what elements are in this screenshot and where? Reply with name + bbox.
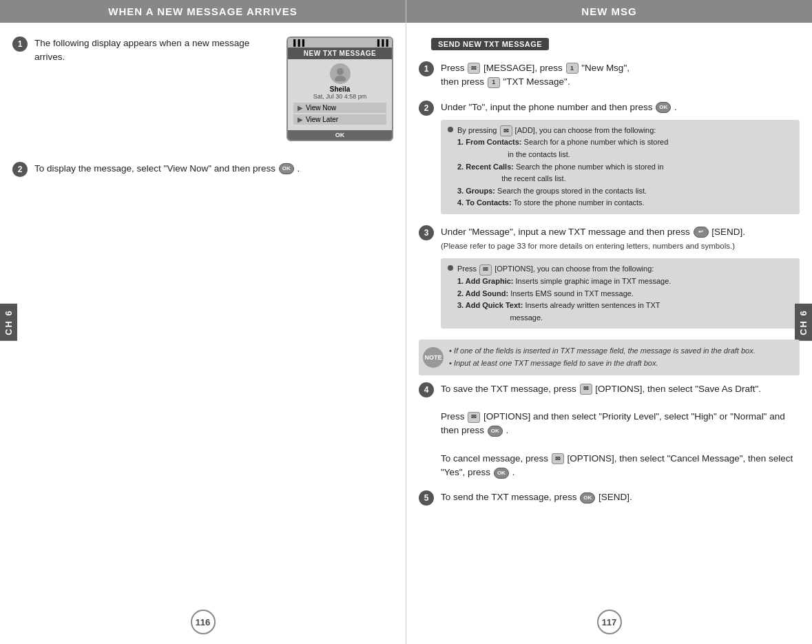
page-number-left: 116 (191, 610, 216, 634)
press-label: Press (441, 63, 465, 73)
left-header: WHEN A NEW MESSAGE ARRIVES (0, 0, 406, 23)
ch6-tab-left: CH 6 (0, 304, 17, 341)
right-step-2: 2 Under "To", input the phone number and… (419, 101, 800, 214)
phone-avatar (330, 63, 351, 84)
options-key-4a: ✉ (580, 384, 592, 395)
view-later-label: View Later (306, 116, 338, 123)
right-step5-text: To send the TXT message, press OK [SEND]… (441, 490, 800, 504)
right-step4-text: To save the TXT message, press ✉ [OPTION… (441, 382, 800, 480)
svg-point-0 (337, 68, 344, 75)
phone-ok-bar: OK (288, 130, 392, 140)
phone-contact-name: Sheila (293, 85, 386, 93)
note-box: NOTE • If one of the fields is inserted … (419, 340, 800, 375)
options-key-4b: ✉ (468, 412, 480, 423)
right-step-circle-1: 1 (419, 61, 434, 76)
groups-label: 3. Groups: (457, 187, 495, 195)
right-step-3: 3 Under "Message", input a new TXT messa… (419, 225, 800, 329)
key-1a: 1 (566, 63, 579, 74)
phone-top-bar: ▐▐▐▐▐▐ (288, 38, 392, 48)
phone-menu-view-now: ▶ View Now (293, 103, 386, 113)
svg-point-1 (335, 76, 346, 81)
left-panel: CH 6 WHEN A NEW MESSAGE ARRIVES 1 The fo… (0, 0, 406, 644)
phone-title: NEW TXT MESSAGE (288, 48, 392, 59)
ok-key-left: OK (279, 163, 294, 174)
options-key-4c: ✉ (552, 453, 564, 464)
phone-contact: Sheila Sat, Jul 30 4:58 pm (293, 63, 386, 100)
phone-body: Sheila Sat, Jul 30 4:58 pm ▶ View Now ▶ … (288, 59, 392, 130)
right-step-circle-4: 4 (419, 382, 434, 397)
message-key-icon: ✉ (468, 63, 480, 74)
add-sound-label: 2. Add Sound: (457, 289, 508, 298)
right-step-circle-5: 5 (419, 490, 434, 506)
recent-calls-label: 2. Recent Calls: (457, 163, 514, 171)
add-graphic-label: 1. Add Graphic: (457, 277, 514, 285)
right-step1-text: Press ✉ [MESSAGE], press 1 "New Msg", th… (441, 61, 800, 90)
step3-info-header: Press ✉ [OPTIONS], you can choose from t… (448, 263, 793, 324)
arrow-icon-2: ▶ (298, 116, 303, 123)
send-badge-container: SEND NEW TXT MESSAGE (419, 30, 800, 57)
right-step-5: 5 To send the TXT message, press OK [SEN… (419, 490, 800, 506)
left-step2-text: To display the message, select "View Now… (34, 162, 393, 176)
step3-subtext: (Please refer to page 33 for more detail… (441, 242, 735, 250)
key-1b: 1 (488, 77, 500, 88)
add-quick-text-label: 3. Add Quick Text: (457, 301, 523, 309)
left-step-1: 1 The following display appears when a n… (12, 37, 393, 141)
left-step1-text: The following display appears when a new… (34, 37, 277, 65)
arrow-icon-1: ▶ (298, 104, 303, 112)
to-contacts-label: 4. To Contacts: (457, 198, 512, 207)
step3-info-content: Press ✉ [OPTIONS], you can choose from t… (457, 263, 671, 324)
page-number-right: 117 (597, 610, 622, 634)
right-step-circle-2: 2 (419, 101, 434, 116)
options-key-icon: ✉ (479, 264, 492, 276)
note-item-1: If one of the fields is inserted in TXT … (454, 346, 756, 355)
ok-key-5: OK (580, 492, 595, 503)
ok-key-right-3: ↩ (694, 227, 709, 238)
view-now-label: View Now (306, 104, 336, 112)
step2-info-content: By pressing ✉ [ADD], you can choose from… (457, 125, 668, 209)
bullet-dot-1 (448, 127, 453, 132)
right-step-4: 4 To save the TXT message, press ✉ [OPTI… (419, 382, 800, 480)
ok-key-4: OK (488, 426, 503, 437)
step3-info-box: Press ✉ [OPTIONS], you can choose from t… (441, 258, 800, 329)
phone-mockup: ▐▐▐▐▐▐ NEW TXT MESSAGE Sheila (287, 37, 393, 141)
step-circle-1: 1 (12, 37, 28, 52)
step2-info-header: By pressing ✉ [ADD], you can choose from… (448, 125, 793, 209)
right-step3-text: Under "Message", input a new TXT message… (441, 225, 800, 329)
note-item-2: Input at least one TXT message field to … (454, 359, 658, 367)
step-circle-2: 2 (12, 162, 28, 177)
send-badge: SEND NEW TXT MESSAGE (431, 38, 549, 50)
phone-menu-view-later: ▶ View Later (293, 114, 386, 125)
from-contacts-label: 1. From Contacts: (457, 138, 522, 146)
right-step2-text: Under "To", input the phone number and t… (441, 101, 800, 214)
note-content: • If one of the fields is inserted in TX… (449, 345, 793, 369)
step2-info-box: By pressing ✉ [ADD], you can choose from… (441, 120, 800, 214)
right-step-circle-3: 3 (419, 225, 434, 240)
phone-date: Sat, Jul 30 4:58 pm (293, 93, 386, 100)
right-panel: CH 6 NEW MSG SEND NEW TXT MESSAGE 1 Pres… (406, 0, 812, 644)
right-step-1: 1 Press ✉ [MESSAGE], press 1 "New Msg", … (419, 61, 800, 90)
bullet-dot-2 (448, 265, 453, 271)
right-header: NEW MSG (406, 0, 812, 23)
ok-key-4b: OK (494, 468, 509, 479)
ok-key-right-2: OK (656, 102, 671, 113)
add-key-icon: ✉ (500, 125, 512, 136)
left-step-2: 2 To display the message, select "View N… (12, 162, 393, 177)
ch6-tab-right: CH 6 (795, 304, 812, 341)
note-icon: NOTE (423, 347, 444, 368)
